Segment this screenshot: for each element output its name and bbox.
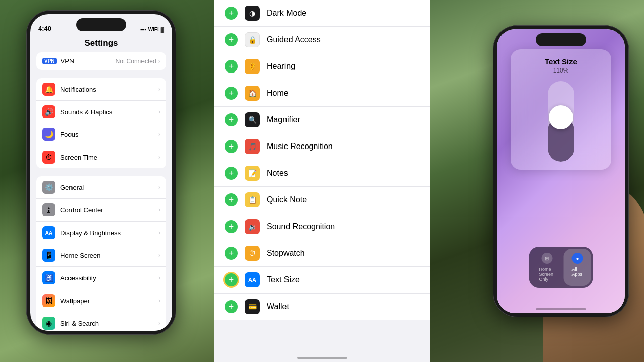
wifi-icon: WiFi bbox=[148, 27, 159, 32]
add-hearing-btn[interactable]: + bbox=[225, 60, 238, 73]
right-panel: Text Size 110% ⊞ Home Screen Only bbox=[430, 0, 644, 362]
mid-row-quicknote[interactable]: + 📋 Quick Note bbox=[214, 187, 430, 213]
vpn-label: VPN bbox=[61, 57, 75, 65]
add-stopwatch-btn[interactable]: + bbox=[225, 247, 238, 260]
mid-row-soundrecog[interactable]: + 🔉 Sound Recognition bbox=[214, 213, 430, 240]
add-guidedaccess-btn[interactable]: + bbox=[225, 33, 238, 46]
siri-label: Siri & Search bbox=[60, 320, 158, 327]
wallet-app-icon: 💳 bbox=[245, 299, 260, 314]
textsize-app-icon: AA bbox=[245, 272, 260, 287]
darkmode-app-icon: ◑ bbox=[245, 6, 260, 21]
settings-row-siri[interactable]: ◉ Siri & Search › bbox=[36, 312, 166, 331]
dynamic-island-right bbox=[536, 33, 586, 46]
quicknote-app-icon: 📋 bbox=[245, 192, 260, 207]
hearing-label: Hearing bbox=[267, 62, 419, 71]
home-indicator-right bbox=[536, 308, 586, 310]
sounds-chevron: › bbox=[158, 108, 160, 115]
status-time: 4:40 bbox=[38, 25, 51, 32]
stopwatch-app-icon: ⏱ bbox=[245, 246, 260, 261]
notes-label: Notes bbox=[267, 169, 419, 178]
signal-icon: ▪▪▪ bbox=[140, 27, 146, 32]
settings-row-focus[interactable]: 🌙 Focus › bbox=[36, 123, 166, 146]
settings-row-homescreen[interactable]: 📱 Home Screen › bbox=[36, 244, 166, 267]
left-panel: 4:40 ▪▪▪ WiFi ▓ Settings VPN VPN Not Con… bbox=[0, 0, 214, 362]
settings-content: Settings VPN VPN Not Connected › 🔔 Notif… bbox=[30, 35, 172, 331]
screentime-icon: ⏱ bbox=[42, 151, 55, 164]
mid-row-musicrecog[interactable]: + 🎵 Music Recognition bbox=[214, 133, 430, 160]
general-label: General bbox=[60, 184, 158, 191]
add-home-btn[interactable]: + bbox=[225, 87, 238, 100]
mid-row-textsize[interactable]: + AA Text Size bbox=[214, 267, 430, 294]
text-size-percentage: 110% bbox=[517, 67, 605, 74]
darkmode-label: Dark Mode bbox=[267, 9, 419, 18]
settings-title: Settings bbox=[30, 35, 172, 52]
add-wallet-btn[interactable]: + bbox=[225, 300, 238, 313]
home-app-icon: 🏠 bbox=[245, 86, 260, 101]
mid-row-magnifier[interactable]: + 🔍 Magnifier bbox=[214, 107, 430, 133]
sounds-icon: 🔊 bbox=[42, 105, 55, 118]
settings-row-accessibility[interactable]: ♿ Accessibility › bbox=[36, 267, 166, 289]
hearing-app-icon: 👂 bbox=[245, 59, 260, 74]
homescreen-chevron: › bbox=[158, 252, 160, 259]
home-screen-only-btn[interactable]: ⊞ Home Screen Only bbox=[531, 249, 563, 286]
mid-row-notes[interactable]: + 📝 Notes bbox=[214, 160, 430, 187]
mid-row-darkmode[interactable]: + ◑ Dark Mode bbox=[214, 0, 430, 27]
home-label: Home bbox=[267, 89, 419, 98]
settings-row-notifications[interactable]: 🔔 Notifications › bbox=[36, 78, 166, 101]
settings-row-wallpaper[interactable]: 🖼 Wallpaper › bbox=[36, 289, 166, 312]
text-size-slider-track[interactable] bbox=[548, 81, 574, 162]
settings-row-screentime[interactable]: ⏱ Screen Time › bbox=[36, 146, 166, 168]
add-soundrecog-btn[interactable]: + bbox=[225, 220, 238, 233]
all-apps-label: All Apps bbox=[572, 267, 583, 277]
add-textsize-btn[interactable]: + bbox=[225, 273, 238, 286]
vpn-row[interactable]: VPN VPN Not Connected › bbox=[36, 52, 166, 70]
home-screen-icon: ⊞ bbox=[541, 253, 552, 264]
left-phone: 4:40 ▪▪▪ WiFi ▓ Settings VPN VPN Not Con… bbox=[26, 10, 176, 335]
wallpaper-icon: 🖼 bbox=[42, 294, 55, 307]
screentime-chevron: › bbox=[158, 154, 160, 161]
mid-row-stopwatch[interactable]: + ⏱ Stopwatch bbox=[214, 240, 430, 267]
accessibility-chevron: › bbox=[158, 274, 160, 281]
controlcenter-label: Control Center bbox=[60, 206, 158, 214]
settings-row-sounds[interactable]: 🔊 Sounds & Haptics › bbox=[36, 101, 166, 123]
wallet-label: Wallet bbox=[267, 302, 419, 311]
mid-row-home[interactable]: + 🏠 Home bbox=[214, 80, 430, 107]
add-darkmode-btn[interactable]: + bbox=[225, 7, 238, 20]
mid-panel: + ◑ Dark Mode + 🔒 Guided Access + 👂 Hear… bbox=[214, 0, 430, 362]
settings-group-2: ⚙️ General › 🎛 Control Center › AA Displ… bbox=[36, 176, 166, 331]
text-size-panel: Text Size 110% bbox=[511, 49, 611, 170]
mid-list: + ◑ Dark Mode + 🔒 Guided Access + 👂 Hear… bbox=[214, 0, 430, 320]
left-phone-screen: 4:40 ▪▪▪ WiFi ▓ Settings VPN VPN Not Con… bbox=[30, 14, 172, 331]
add-magnifier-btn[interactable]: + bbox=[225, 113, 238, 126]
textsize-label: Text Size bbox=[267, 275, 419, 284]
all-apps-btn[interactable]: ● All Apps bbox=[564, 249, 591, 286]
text-size-slider-wrap bbox=[517, 81, 605, 162]
stopwatch-label: Stopwatch bbox=[267, 249, 419, 258]
musicrecog-label: Music Recognition bbox=[267, 142, 419, 151]
accessibility-icon: ♿ bbox=[42, 271, 55, 284]
focus-label: Focus bbox=[60, 131, 158, 138]
general-chevron: › bbox=[158, 184, 160, 191]
siri-icon: ◉ bbox=[42, 317, 55, 330]
add-quicknote-btn[interactable]: + bbox=[225, 193, 238, 206]
mid-row-wallet[interactable]: + 💳 Wallet bbox=[214, 294, 430, 320]
battery-icon: ▓ bbox=[161, 27, 164, 32]
settings-row-display[interactable]: AA Display & Brightness › bbox=[36, 222, 166, 244]
add-notes-btn[interactable]: + bbox=[225, 167, 238, 180]
dynamic-island-left bbox=[76, 18, 126, 31]
text-size-slider-knob[interactable] bbox=[549, 105, 573, 129]
settings-row-controlcenter[interactable]: 🎛 Control Center › bbox=[36, 199, 166, 222]
magnifier-label: Magnifier bbox=[267, 115, 419, 124]
display-label: Display & Brightness bbox=[60, 229, 158, 237]
right-phone-screen: Text Size 110% ⊞ Home Screen Only bbox=[497, 29, 625, 313]
sounds-label: Sounds & Haptics bbox=[60, 108, 158, 116]
mid-row-hearing[interactable]: + 👂 Hearing bbox=[214, 53, 430, 80]
mid-row-guidedaccess[interactable]: + 🔒 Guided Access bbox=[214, 27, 430, 53]
homescreen-icon: 📱 bbox=[42, 249, 55, 262]
settings-row-general[interactable]: ⚙️ General › bbox=[36, 176, 166, 199]
guidedaccess-label: Guided Access bbox=[267, 35, 419, 44]
home-indicator-mid bbox=[297, 357, 347, 359]
add-musicrecog-btn[interactable]: + bbox=[225, 140, 238, 153]
home-screen-only-label: Home Screen Only bbox=[539, 267, 555, 282]
vpn-chevron-icon: › bbox=[158, 57, 160, 65]
